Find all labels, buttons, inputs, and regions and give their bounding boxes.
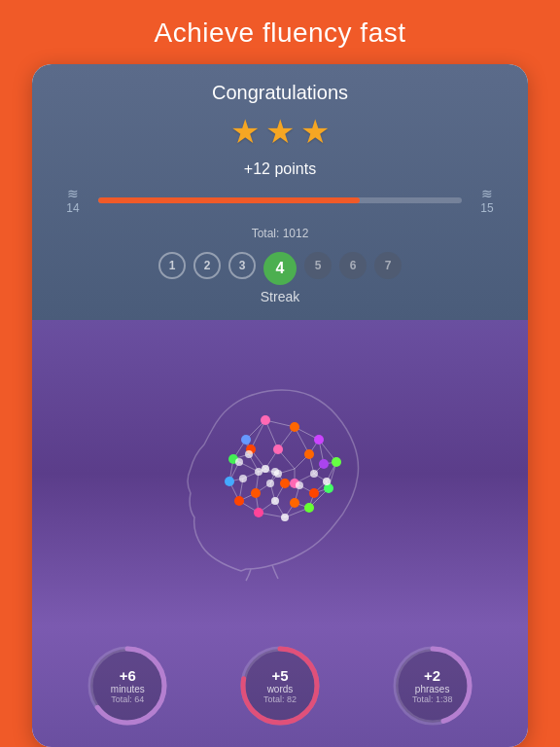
level-left: ≋ 14 bbox=[55, 186, 90, 215]
stat-minutes-total: Total: 64 bbox=[111, 694, 145, 704]
stats-section: +6 minutes Total: 64 +5 words Total: 82 bbox=[32, 626, 528, 747]
streak-label: Streak bbox=[55, 289, 505, 304]
svg-point-71 bbox=[304, 449, 314, 459]
svg-point-65 bbox=[261, 415, 270, 425]
streak-dot-6: 6 bbox=[339, 252, 367, 279]
level-right-icon: ≋ bbox=[481, 186, 493, 201]
svg-point-68 bbox=[273, 445, 283, 454]
svg-point-67 bbox=[254, 508, 263, 517]
svg-point-92 bbox=[310, 470, 318, 478]
svg-point-93 bbox=[255, 468, 262, 476]
streak-dot-2: 2 bbox=[193, 252, 221, 279]
svg-point-94 bbox=[271, 468, 279, 476]
streak-dots: 1 2 3 4 5 6 7 bbox=[55, 252, 505, 285]
svg-point-91 bbox=[281, 514, 289, 521]
level-left-icon: ≋ bbox=[67, 186, 79, 201]
stat-minutes-inner: +6 minutes Total: 64 bbox=[111, 667, 145, 704]
svg-point-95 bbox=[266, 480, 274, 487]
svg-point-87 bbox=[323, 478, 331, 485]
svg-point-77 bbox=[332, 457, 341, 467]
svg-line-12 bbox=[251, 420, 265, 449]
progress-bar-track bbox=[98, 197, 462, 203]
stat-phrases-total: Total: 1:38 bbox=[412, 694, 453, 704]
stat-words-value: +5 bbox=[263, 667, 297, 684]
progress-bar-container: ≋ 14 ≋ 15 bbox=[55, 186, 505, 215]
svg-point-97 bbox=[245, 450, 253, 458]
star-3: ★ bbox=[300, 112, 330, 151]
app-content: Congratulations ★ ★ ★ +12 points ≋ 14 ≋ … bbox=[32, 64, 528, 747]
stars-row: ★ ★ ★ bbox=[55, 112, 505, 151]
level-to: 15 bbox=[480, 201, 493, 215]
stat-words: +5 words Total: 82 bbox=[236, 642, 324, 729]
streak-dot-3: 3 bbox=[228, 252, 256, 279]
star-1: ★ bbox=[230, 112, 260, 151]
streak-dot-1: 1 bbox=[158, 252, 186, 279]
tablet-frame: Congratulations ★ ★ ★ +12 points ≋ 14 ≋ … bbox=[32, 64, 528, 747]
upper-section: Congratulations ★ ★ ★ +12 points ≋ 14 ≋ … bbox=[32, 64, 528, 320]
streak-dot-4: 4 bbox=[263, 252, 297, 285]
svg-point-96 bbox=[235, 458, 243, 466]
brain-illustration bbox=[115, 357, 445, 590]
congrats-title: Congratulations bbox=[55, 82, 505, 104]
svg-point-76 bbox=[234, 496, 244, 506]
svg-point-84 bbox=[319, 459, 329, 469]
svg-point-79 bbox=[304, 503, 314, 513]
stat-words-unit: words bbox=[263, 684, 297, 694]
svg-point-89 bbox=[271, 497, 279, 505]
level-right: ≋ 15 bbox=[470, 186, 505, 215]
stat-words-inner: +5 words Total: 82 bbox=[263, 667, 297, 704]
stat-minutes-unit: minutes bbox=[111, 684, 145, 694]
svg-point-69 bbox=[290, 422, 299, 432]
top-banner: Achieve fluency fast bbox=[0, 0, 560, 64]
svg-point-88 bbox=[296, 481, 303, 489]
total-label: Total: 1012 bbox=[55, 227, 505, 240]
stat-words-total: Total: 82 bbox=[263, 694, 297, 704]
stat-phrases-inner: +2 phrases Total: 1:38 bbox=[412, 667, 453, 704]
stat-minutes: +6 minutes Total: 64 bbox=[84, 642, 171, 729]
svg-point-75 bbox=[280, 479, 290, 488]
svg-point-74 bbox=[309, 488, 319, 498]
brain-section bbox=[32, 320, 528, 626]
svg-point-73 bbox=[290, 498, 299, 508]
stat-phrases-value: +2 bbox=[412, 667, 453, 684]
svg-point-90 bbox=[239, 475, 247, 482]
level-from: 14 bbox=[66, 201, 79, 215]
svg-point-72 bbox=[251, 488, 261, 498]
points-label: +12 points bbox=[55, 160, 505, 178]
stat-phrases-unit: phrases bbox=[412, 684, 453, 694]
svg-point-85 bbox=[262, 465, 269, 473]
banner-title: Achieve fluency fast bbox=[0, 18, 560, 49]
streak-dot-5: 5 bbox=[304, 252, 332, 279]
progress-bar-fill bbox=[98, 197, 360, 203]
star-2: ★ bbox=[265, 112, 295, 151]
streak-dot-7: 7 bbox=[374, 252, 402, 279]
svg-point-83 bbox=[314, 435, 324, 445]
svg-point-81 bbox=[225, 477, 234, 486]
stat-minutes-value: +6 bbox=[111, 667, 145, 684]
stat-phrases: +2 phrases Total: 1:38 bbox=[389, 642, 476, 729]
brain-svg-container bbox=[32, 320, 528, 626]
svg-point-82 bbox=[241, 435, 251, 445]
